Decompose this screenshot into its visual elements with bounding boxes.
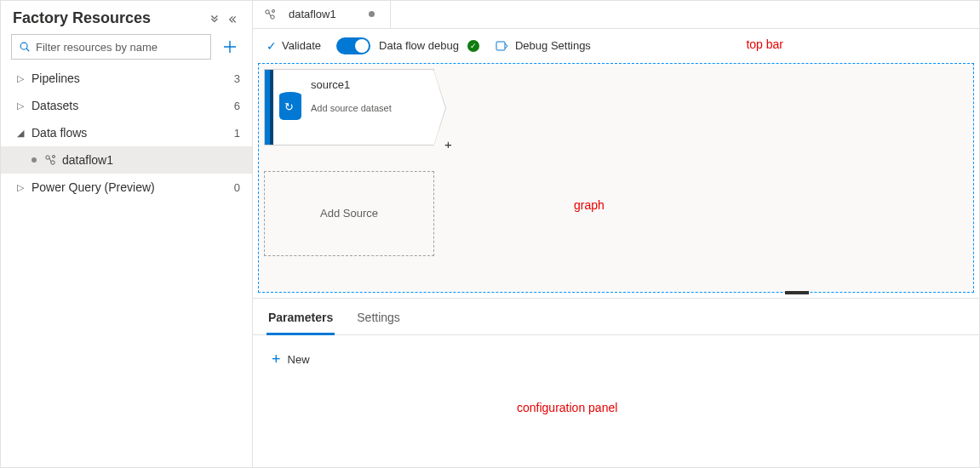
svg-point-2 [46, 156, 49, 159]
svg-point-5 [266, 10, 269, 14]
unsaved-dot-icon [369, 11, 375, 17]
tab-label: dataflow1 [289, 8, 336, 20]
debug-settings-button[interactable]: Debug Settings [495, 39, 591, 53]
annotation-topbar: top bar [746, 37, 783, 51]
source-node[interactable]: source1 Add source dataset [264, 69, 434, 146]
dataflow-debug-toggle[interactable] [336, 37, 370, 54]
tree-item-datasets[interactable]: ▷ Datasets 6 [1, 92, 252, 119]
chevron-right-icon: ▷ [16, 73, 25, 84]
add-source-button[interactable]: Add Source [264, 171, 434, 256]
dataflow-icon [43, 153, 57, 167]
chevron-right-icon: ▷ [16, 182, 25, 193]
chevron-right-icon: ▷ [16, 100, 25, 111]
tree-item-pipelines[interactable]: ▷ Pipelines 3 [1, 65, 252, 92]
unsaved-dot-icon [32, 157, 37, 163]
database-icon [279, 94, 301, 120]
editor-tabbar: dataflow1 [253, 1, 979, 29]
validate-button[interactable]: ✓ Validate [266, 39, 321, 53]
tree-item-dataflows[interactable]: ◢ Data flows 1 [1, 119, 252, 146]
plus-icon: + [272, 351, 281, 368]
add-step-button[interactable]: + [444, 137, 452, 151]
svg-point-6 [271, 15, 274, 19]
svg-rect-8 [496, 42, 505, 50]
expand-all-icon[interactable] [208, 13, 220, 25]
add-resource-button[interactable] [218, 34, 242, 60]
sidebar: Factory Resources [1, 1, 253, 467]
filter-input[interactable] [36, 41, 203, 54]
filter-box[interactable] [11, 34, 211, 60]
svg-point-7 [272, 9, 275, 12]
svg-point-3 [51, 161, 54, 164]
annotation-config: configuration panel [517, 401, 617, 414]
tab-settings[interactable]: Settings [355, 305, 402, 334]
search-icon [19, 41, 31, 53]
tab-parameters[interactable]: Parameters [266, 305, 335, 335]
svg-line-1 [26, 49, 29, 51]
checkmark-icon: ✓ [266, 39, 277, 53]
configuration-panel: Parameters Settings + New configuration … [253, 298, 979, 467]
settings-gear-icon [495, 39, 508, 53]
tree-item-powerquery[interactable]: ▷ Power Query (Preview) 0 [1, 174, 252, 201]
collapse-sidebar-icon[interactable] [228, 13, 240, 25]
new-parameter-button[interactable]: + New [272, 351, 310, 368]
toolbar: ✓ Validate Data flow debug ✓ Debug Setti… [253, 29, 979, 63]
resource-tree: ▷ Pipelines 3 ▷ Datasets 6 ◢ Data flows … [1, 65, 252, 201]
graph-canvas[interactable]: source1 Add source dataset + Add Source … [258, 63, 974, 293]
tab-dataflow1[interactable]: dataflow1 [253, 1, 391, 28]
node-name: source1 [311, 78, 427, 91]
tree-item-dataflow1[interactable]: dataflow1 [1, 146, 252, 174]
dataflow-icon [263, 8, 277, 21]
node-subtitle: Add source dataset [311, 103, 427, 113]
chevron-down-icon: ◢ [16, 128, 25, 139]
sidebar-title: Factory Resources [13, 9, 208, 27]
svg-point-0 [20, 43, 27, 49]
main: dataflow1 ✓ Validate Data flow debug ✓ D… [253, 1, 979, 467]
annotation-graph: graph [574, 198, 605, 212]
debug-toggle-label: Data flow debug [379, 39, 459, 52]
svg-point-4 [53, 156, 55, 158]
status-ok-icon: ✓ [467, 40, 479, 52]
